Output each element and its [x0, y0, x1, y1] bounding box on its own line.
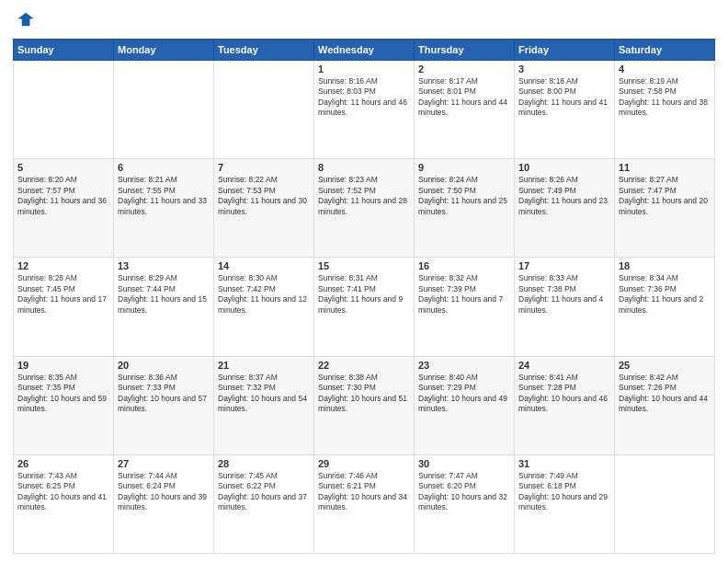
- day-number: 20: [118, 360, 210, 371]
- calendar-day-10: 10Sunrise: 8:26 AMSunset: 7:49 PMDayligh…: [515, 159, 615, 258]
- calendar-day-17: 17Sunrise: 8:33 AMSunset: 7:38 PMDayligh…: [515, 258, 615, 356]
- calendar-day-14: 14Sunrise: 8:30 AMSunset: 7:42 PMDayligh…: [214, 258, 314, 356]
- calendar-week-4: 19Sunrise: 8:35 AMSunset: 7:35 PMDayligh…: [14, 356, 715, 454]
- day-number: 2: [418, 63, 510, 75]
- day-header-sunday: Sunday: [14, 40, 114, 61]
- cell-content: Sunset: 7:30 PM: [318, 383, 410, 393]
- calendar-table: SundayMondayTuesdayWednesdayThursdayFrid…: [13, 39, 715, 554]
- calendar-day-16: 16Sunrise: 8:32 AMSunset: 7:39 PMDayligh…: [415, 258, 515, 356]
- cell-content: Daylight: 11 hours and 44 minutes.: [418, 98, 510, 119]
- cell-content: Daylight: 10 hours and 41 minutes.: [17, 492, 109, 513]
- cell-content: Sunrise: 8:26 AM: [518, 175, 610, 185]
- header: [13, 9, 715, 33]
- cell-content: Sunset: 7:29 PM: [418, 383, 510, 393]
- day-number: 28: [218, 458, 310, 469]
- day-number: 29: [318, 458, 410, 469]
- cell-content: Sunrise: 8:28 AM: [17, 273, 109, 283]
- cell-content: Daylight: 10 hours and 49 minutes.: [418, 394, 510, 415]
- day-header-wednesday: Wednesday: [314, 40, 415, 61]
- cell-content: Sunrise: 7:47 AM: [418, 471, 510, 481]
- calendar-day-26: 26Sunrise: 7:43 AMSunset: 6:25 PMDayligh…: [14, 454, 114, 553]
- cell-content: Daylight: 10 hours and 32 minutes.: [418, 492, 510, 513]
- cell-content: Sunrise: 7:49 AM: [518, 471, 610, 481]
- cell-content: Sunrise: 8:18 AM: [518, 76, 610, 86]
- cell-content: Sunset: 7:28 PM: [518, 383, 610, 393]
- cell-content: Daylight: 10 hours and 39 minutes.: [118, 492, 210, 513]
- cell-content: Sunset: 7:33 PM: [118, 383, 210, 393]
- cell-content: Daylight: 11 hours and 2 minutes.: [619, 294, 711, 316]
- logo: [13, 9, 35, 33]
- cell-content: Daylight: 11 hours and 33 minutes.: [118, 196, 210, 217]
- day-number: 15: [318, 260, 410, 271]
- calendar-day-9: 9Sunrise: 8:24 AMSunset: 7:50 PMDaylight…: [415, 159, 515, 258]
- cell-content: Daylight: 10 hours and 59 minutes.: [17, 394, 109, 415]
- day-number: 9: [418, 162, 510, 173]
- cell-content: Sunrise: 8:37 AM: [218, 373, 310, 383]
- cell-content: Sunrise: 8:27 AM: [619, 175, 711, 185]
- cell-content: Sunrise: 8:33 AM: [518, 273, 610, 283]
- cell-content: Sunrise: 8:30 AM: [218, 273, 310, 283]
- day-number: 22: [318, 360, 410, 371]
- cell-content: Sunset: 7:53 PM: [218, 186, 310, 196]
- cell-content: Sunrise: 8:22 AM: [218, 175, 310, 185]
- cell-content: Daylight: 11 hours and 20 minutes.: [619, 196, 711, 217]
- cell-content: Sunset: 8:03 PM: [318, 86, 410, 97]
- day-number: 30: [418, 458, 510, 469]
- cell-content: Sunset: 7:52 PM: [318, 186, 410, 196]
- cell-content: Daylight: 11 hours and 25 minutes.: [418, 196, 510, 217]
- day-number: 5: [17, 162, 109, 173]
- cell-content: Sunrise: 8:31 AM: [318, 273, 410, 283]
- cell-content: Sunset: 6:21 PM: [318, 481, 410, 491]
- day-number: 4: [619, 63, 711, 75]
- cell-content: Sunrise: 7:44 AM: [118, 471, 210, 481]
- cell-content: Daylight: 11 hours and 28 minutes.: [318, 196, 410, 217]
- calendar-day-15: 15Sunrise: 8:31 AMSunset: 7:41 PMDayligh…: [314, 258, 415, 356]
- cell-content: Sunset: 8:01 PM: [418, 86, 510, 97]
- cell-content: Sunset: 7:39 PM: [418, 284, 510, 294]
- empty-cell: [14, 61, 114, 159]
- calendar-day-20: 20Sunrise: 8:36 AMSunset: 7:33 PMDayligh…: [114, 356, 214, 454]
- cell-content: Sunset: 7:49 PM: [518, 186, 610, 196]
- cell-content: Daylight: 10 hours and 29 minutes.: [518, 492, 610, 513]
- day-number: 1: [318, 63, 410, 75]
- cell-content: Sunrise: 8:16 AM: [318, 76, 410, 86]
- cell-content: Sunrise: 7:45 AM: [218, 471, 310, 481]
- cell-content: Daylight: 10 hours and 54 minutes.: [218, 394, 310, 415]
- calendar-day-21: 21Sunrise: 8:37 AMSunset: 7:32 PMDayligh…: [214, 356, 314, 454]
- cell-content: Sunset: 7:42 PM: [218, 284, 310, 294]
- calendar-day-30: 30Sunrise: 7:47 AMSunset: 6:20 PMDayligh…: [415, 454, 515, 553]
- cell-content: Daylight: 11 hours and 36 minutes.: [17, 196, 109, 217]
- cell-content: Daylight: 11 hours and 4 minutes.: [518, 294, 610, 316]
- calendar-day-25: 25Sunrise: 8:42 AMSunset: 7:26 PMDayligh…: [615, 356, 715, 454]
- day-number: 11: [619, 162, 711, 173]
- cell-content: Sunrise: 8:17 AM: [418, 76, 510, 86]
- day-number: 14: [218, 260, 310, 271]
- day-number: 31: [518, 458, 610, 469]
- cell-content: Daylight: 11 hours and 9 minutes.: [318, 294, 410, 316]
- calendar-day-12: 12Sunrise: 8:28 AMSunset: 7:45 PMDayligh…: [14, 258, 114, 356]
- calendar-day-3: 3Sunrise: 8:18 AMSunset: 8:00 PMDaylight…: [515, 61, 615, 159]
- cell-content: Sunset: 6:22 PM: [218, 481, 310, 491]
- calendar-day-8: 8Sunrise: 8:23 AMSunset: 7:52 PMDaylight…: [314, 159, 415, 258]
- calendar-day-28: 28Sunrise: 7:45 AMSunset: 6:22 PMDayligh…: [214, 454, 314, 553]
- cell-content: Sunset: 7:47 PM: [619, 186, 711, 196]
- cell-content: Sunrise: 8:38 AM: [318, 373, 410, 383]
- cell-content: Sunrise: 8:42 AM: [619, 373, 711, 383]
- cell-content: Sunrise: 8:23 AM: [318, 175, 410, 185]
- cell-content: Daylight: 11 hours and 15 minutes.: [118, 294, 210, 316]
- cell-content: Sunset: 7:26 PM: [619, 383, 711, 393]
- day-number: 7: [218, 162, 310, 173]
- cell-content: Sunrise: 8:21 AM: [118, 175, 210, 185]
- empty-cell: [214, 61, 314, 159]
- cell-content: Daylight: 10 hours and 51 minutes.: [318, 394, 410, 415]
- day-number: 8: [318, 162, 410, 173]
- cell-content: Daylight: 11 hours and 38 minutes.: [619, 98, 711, 119]
- cell-content: Sunset: 6:25 PM: [17, 481, 109, 491]
- day-header-monday: Monday: [114, 40, 214, 61]
- cell-content: Sunset: 6:20 PM: [418, 481, 510, 491]
- day-number: 12: [17, 260, 109, 271]
- logo-icon: [15, 9, 35, 29]
- day-number: 21: [218, 360, 310, 371]
- svg-marker-0: [17, 13, 34, 26]
- cell-content: Sunset: 7:44 PM: [118, 284, 210, 294]
